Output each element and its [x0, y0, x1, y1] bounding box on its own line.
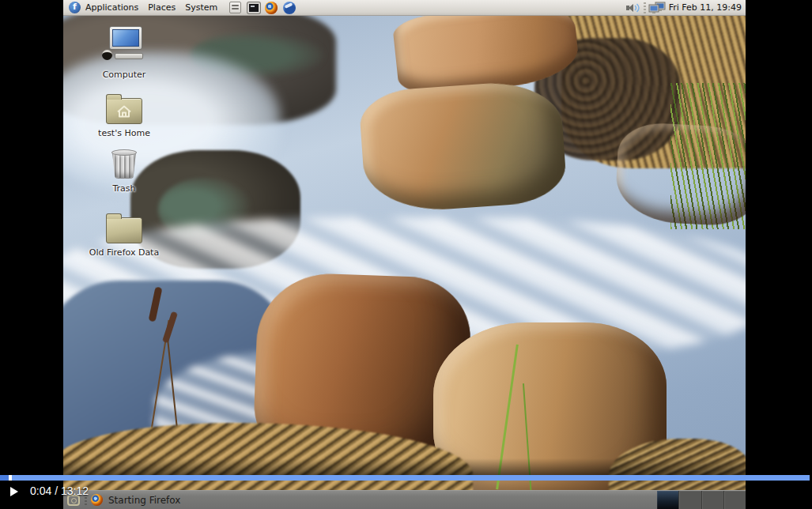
workspace-1[interactable]: [657, 491, 678, 509]
seek-bar[interactable]: [0, 475, 810, 481]
firefox-task-icon[interactable]: [91, 494, 103, 506]
wallpaper-shape: [614, 121, 746, 227]
gnome-bottom-panel: Starting Firefox: [63, 490, 746, 509]
taskbar-window-button[interactable]: Starting Firefox: [108, 495, 180, 506]
seek-bar-played: [0, 475, 9, 481]
workspace-switcher: [657, 491, 746, 509]
menu-system[interactable]: System: [180, 2, 222, 13]
volume-icon[interactable]: [625, 2, 641, 14]
desktop-icon-home[interactable]: test's Home: [81, 85, 168, 139]
time-display: 0:04 / 13:12: [30, 484, 89, 497]
play-button[interactable]: [10, 487, 18, 496]
desktop-icon-old-firefox-data[interactable]: Old Firefox Data: [81, 204, 168, 258]
gnome-menubar: f Applications Places System Fri Feb 11,…: [63, 0, 746, 16]
file-cabinet-icon[interactable]: [228, 2, 242, 14]
menu-applications[interactable]: Applications: [81, 2, 143, 13]
desktop-icon-label: Old Firefox Data: [89, 247, 159, 258]
firefox-icon[interactable]: [265, 2, 278, 14]
clock-applet[interactable]: Fri Feb 11, 19:49: [669, 2, 742, 13]
desktop-icon-label: Trash: [112, 183, 135, 194]
workspace-4[interactable]: [724, 491, 746, 509]
launcher-row: [228, 2, 296, 14]
network-icon[interactable]: [648, 2, 666, 14]
wallpaper-shape: [358, 78, 568, 214]
terminal-icon[interactable]: [247, 2, 260, 14]
desktop-icon-computer[interactable]: Computer: [81, 26, 168, 81]
video-frame[interactable]: f Applications Places System Fri Feb 11,…: [63, 0, 746, 509]
folder-icon: [106, 217, 142, 243]
desktop-icon-label: test's Home: [98, 128, 150, 138]
computer-icon: [102, 26, 146, 66]
desktop-icon-trash[interactable]: Trash: [81, 140, 168, 194]
seek-bar-playhead[interactable]: [9, 475, 12, 481]
trash-icon: [111, 149, 137, 179]
home-folder-icon: [106, 98, 142, 124]
workspace-2[interactable]: [679, 491, 701, 509]
workspace-3[interactable]: [702, 491, 723, 509]
applet-handle[interactable]: [644, 2, 646, 13]
desktop-icon-label: Computer: [103, 70, 146, 80]
web-globe-icon[interactable]: [283, 2, 296, 14]
fedora-logo-icon[interactable]: f: [69, 2, 81, 13]
menu-places[interactable]: Places: [143, 2, 180, 13]
video-player-page: { "player": { "time_display": "0:04 / 13…: [0, 0, 812, 509]
